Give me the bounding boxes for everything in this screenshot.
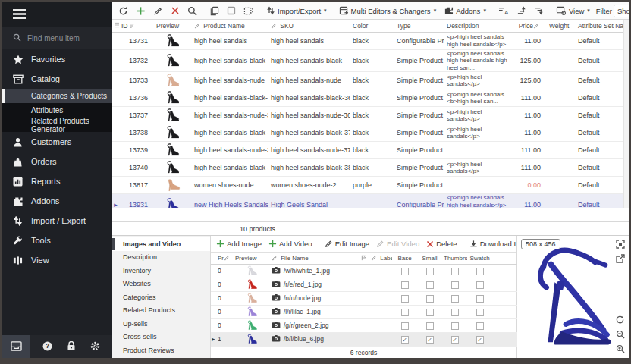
add-video-button[interactable]: Add Video — [266, 238, 315, 249]
images-column-header-label[interactable]: Label — [369, 253, 392, 264]
download-image-button[interactable]: Download Image — [467, 238, 516, 249]
add-product-button[interactable] — [133, 5, 149, 17]
images-column-header-file-name[interactable]: File Name — [270, 253, 359, 264]
images-column-header-flag[interactable] — [359, 253, 369, 264]
checkbox[interactable] — [401, 322, 409, 330]
checkbox[interactable] — [451, 322, 459, 330]
tab-product-reviews[interactable]: Product Reviews — [112, 344, 210, 357]
sidebar-item-catalog[interactable]: Catalog — [2, 69, 112, 89]
checkbox-checked[interactable]: ✓ — [476, 336, 484, 344]
view-menu-button[interactable]: View▾ — [553, 5, 593, 17]
checkbox-checked[interactable]: ✓ — [451, 336, 459, 344]
checkbox[interactable] — [476, 295, 484, 303]
images-column-header-preview[interactable]: Preview — [234, 253, 270, 264]
checkbox[interactable] — [401, 281, 409, 289]
checkbox[interactable] — [476, 322, 484, 330]
column-header-type[interactable]: Type — [394, 20, 444, 32]
images-column-header-small[interactable]: Small — [417, 253, 442, 264]
sidebar-item-customers[interactable]: Customers — [2, 132, 112, 152]
checkbox[interactable] — [426, 268, 434, 275]
tab-up-sells[interactable]: Up-sells — [112, 317, 210, 331]
images-column-header-pr[interactable]: Pr — [216, 253, 234, 264]
checkbox[interactable] — [401, 309, 409, 316]
product-row-13732[interactable]: 13732 high heel sandals-blackhigh heel s… — [112, 49, 623, 72]
vertical-scrollbar[interactable] — [623, 20, 629, 208]
column-header-weight[interactable]: Weight — [547, 20, 576, 32]
zoom-out-icon[interactable] — [616, 330, 625, 340]
multi-editors-menu-button[interactable]: Multi Editors & Changers▾ — [336, 5, 440, 17]
column-header-preview[interactable]: Preview — [154, 20, 192, 32]
rotate-icon[interactable] — [615, 315, 625, 326]
search-products-button[interactable] — [184, 5, 200, 17]
sidebar-item-reports[interactable]: Reports — [2, 171, 112, 191]
sidebar-item-import-export[interactable]: Import / Export — [2, 211, 112, 231]
filter-select[interactable]: Show products from selected categories ▾ — [614, 5, 629, 17]
sidebar-item-attributes[interactable]: Attributes — [2, 103, 112, 118]
settings-gear-icon[interactable] — [90, 341, 100, 353]
expand-tree-button[interactable] — [513, 5, 529, 17]
checkbox[interactable] — [476, 309, 484, 316]
lock-icon[interactable] — [67, 341, 76, 353]
checkbox-checked[interactable]: ✓ — [401, 336, 409, 344]
sidebar-item-orders[interactable]: Orders — [2, 152, 112, 171]
sidebar-item-favorites[interactable]: Favorites — [2, 49, 112, 69]
checkbox[interactable] — [451, 295, 459, 303]
checkbox[interactable] — [426, 322, 434, 330]
sort-az-button[interactable]: A — [495, 5, 512, 17]
sidebar-item-categories-products[interactable]: Categories & Products — [2, 89, 112, 103]
product-row-13740[interactable]: 13740 high heel sandals-black-38high hee… — [112, 159, 623, 177]
product-row-13739[interactable]: 13739 high heel sandals-nude-37high heel… — [112, 142, 623, 159]
checkbox[interactable] — [476, 268, 484, 275]
product-row-13731[interactable]: 13731 high heel sandalshigh heel sandals… — [112, 32, 623, 49]
fit-screen-icon[interactable] — [616, 240, 625, 250]
collapse-tree-button[interactable] — [531, 5, 547, 17]
edit-product-button[interactable] — [150, 5, 166, 17]
checkbox[interactable] — [451, 281, 459, 289]
column-header-attribute-set-name[interactable]: Attribute Set Name — [576, 20, 623, 32]
delete-product-button[interactable] — [168, 5, 183, 17]
hamburger-menu-button[interactable] — [2, 2, 112, 27]
tab-categories[interactable]: Categories — [112, 290, 210, 304]
tab-inventory[interactable]: Inventory — [112, 264, 210, 278]
column-header-product-name[interactable]: Product Name — [192, 20, 268, 32]
images-column-header-swatch[interactable]: Swatch — [467, 253, 492, 264]
edit-video-button[interactable]: Edit Video — [374, 238, 422, 249]
sidebar-item-related-products-generator[interactable]: Related Products Generator — [2, 118, 112, 132]
images-column-header-thumbna[interactable]: Thumbna — [442, 253, 467, 264]
copy-button[interactable] — [206, 5, 222, 17]
sidebar-item-addons[interactable]: Addons — [2, 191, 112, 211]
product-row-13738[interactable]: 13738 high heel sandals-black-37high hee… — [112, 124, 623, 142]
checkbox[interactable] — [401, 295, 409, 303]
checkbox[interactable] — [426, 309, 434, 316]
zoom-in-icon[interactable] — [616, 344, 625, 355]
delete-image-button[interactable]: Delete — [424, 238, 459, 249]
tab-websites[interactable]: Websites — [112, 278, 210, 291]
tab-description[interactable]: Description — [112, 251, 210, 265]
tab-cross-sells[interactable]: Cross-sells — [112, 331, 210, 344]
addons-menu-button[interactable]: Addons▾ — [441, 5, 489, 17]
open-external-icon[interactable] — [616, 254, 625, 265]
product-row-13931[interactable]: ▸13931 new High Heels SandalsHigh Geels … — [112, 194, 623, 209]
edit-image-button[interactable]: Edit Image — [322, 238, 372, 249]
column-header-description[interactable]: Description — [444, 20, 513, 32]
add-image-button[interactable]: Add Image — [214, 238, 264, 249]
refresh-button[interactable] — [115, 5, 131, 17]
checkbox[interactable] — [401, 268, 409, 275]
store-button[interactable] — [2, 335, 30, 358]
product-row-13733[interactable]: 13733 high heel sandals-nudehigh heel sa… — [112, 72, 623, 89]
sidebar-menu-search[interactable]: Find menu item — [2, 27, 112, 49]
import-export-menu-button[interactable]: Import/Export▾ — [263, 5, 330, 17]
checkbox[interactable] — [476, 281, 484, 289]
sidebar-item-tools[interactable]: Tools — [2, 231, 112, 250]
tab-related-products[interactable]: Related Products — [112, 304, 210, 318]
tab-images-and-video[interactable]: Images and Video — [112, 237, 210, 251]
images-column-header-base[interactable]: Base — [392, 253, 417, 264]
column-header-id[interactable]: ID — [119, 20, 154, 32]
column-header-price[interactable]: Price — [513, 20, 547, 32]
checkbox[interactable] — [451, 268, 459, 275]
checkbox[interactable] — [426, 295, 434, 303]
checkbox[interactable] — [451, 309, 459, 316]
help-icon[interactable]: ? — [42, 341, 52, 353]
product-row-13817[interactable]: 13817 women shoes-nudewomen shoes-nude-2… — [112, 177, 623, 194]
product-row-13736[interactable]: 13736 high heel sandals-black-36high hee… — [112, 89, 623, 107]
